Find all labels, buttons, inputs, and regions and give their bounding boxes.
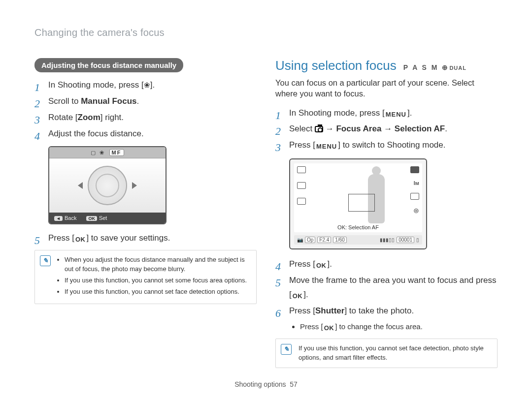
step-3: Press [MENU] to switch to Shooting mode. [275,138,498,153]
section-title-selection-focus: Using selection focus [275,58,397,73]
set-button-hint: OKSet [86,215,107,221]
breadcrumb: Changing the camera's focus [34,27,498,38]
step-5: Move the frame to the area you want to f… [275,274,498,302]
section-intro: You can focus on a particular part of yo… [275,77,498,99]
macro-icon: ❀ [144,81,150,89]
osd-icon [297,182,306,189]
step-6-sub: Press [OK] to change the focus area. [300,320,498,334]
step-1: In Shooting mode, press [❀]. [34,78,257,93]
globe-icon: ⊛ [413,207,419,215]
section-pill-manual-focus: Adjusting the focus distance manually [34,58,183,72]
steps-selection-focus: In Shooting mode, press [MENU]. Select →… [275,106,498,153]
page-footer: Shooting options 57 [0,380,532,388]
note-text: If you use this function, you cannot set… [299,344,484,361]
shutter-chip: 1/60 [333,237,346,243]
step-5: Press [OK] to save your settings. [34,231,257,246]
camera-mode-icon: 📷 [297,237,303,243]
left-column: Adjusting the focus distance manually In… [34,58,257,368]
camera-icon [315,126,323,132]
step-2: Scroll to Manual Focus. [34,94,257,109]
back-button-hint: ◄Back [54,215,76,221]
figure-selection-af-screen: Iм ⊛ OK: Selection AF 📷 Op F2.4 1/60 ▮▮▮… [289,158,427,249]
figure-viewport: Iм ⊛ OK: Selection AF [294,163,422,232]
battery-icon [410,166,419,173]
ok-icon: OK [323,323,335,334]
arrow-right-icon [132,182,137,189]
osd-icon [297,166,306,173]
note-selection-focus: ✎ If you use this function, you cannot s… [275,339,498,368]
osd-icon [410,193,419,200]
mode-indicators: P A S M ⊕DUAL [403,63,466,71]
note-manual-focus: ✎ When you adjust the focus distance man… [34,250,257,304]
bars-icon: ▮▮▮▯▯ [380,237,395,243]
osd-left-icons [297,166,306,205]
menu-icon: MENU [315,141,338,152]
mode-chip: Op [305,237,315,243]
step-1: In Shooting mode, press [MENU]. [275,106,498,121]
figure-manual-focus-screen: ▢ ❀ MF ◄Back OKSet [48,146,166,224]
ok-selection-af-label: OK: Selection AF [294,224,422,230]
ok-icon: OK [74,234,87,245]
focus-dial [88,166,127,205]
figure-topbar: ▢ ❀ MF [49,147,166,158]
nor-icon: ▢ [91,150,97,155]
ok-icon: OK [315,260,328,271]
steps-manual-focus-cont: Press [OK] to save your settings. [34,231,257,246]
steps-manual-focus: In Shooting mode, press [❀]. Scroll to M… [34,78,257,141]
figure-dial-area [49,158,166,213]
step-4: Adjust the focus distance. [34,127,257,141]
osd-icon: Iм [414,180,419,186]
step-2: Select → Focus Area → Selection AF. [275,122,498,136]
sd-icon: ▯ [416,237,419,243]
flower-icon: ❀ [100,150,105,155]
right-column: Using selection focus P A S M ⊕DUAL You … [275,58,498,368]
note-bullet: When you adjust the focus distance manua… [65,255,249,274]
note-bullet: If you use this function, you cannot set… [65,276,249,285]
focus-frame [348,194,375,212]
menu-icon: MENU [385,109,407,120]
step-4: Press [OK]. [275,257,498,272]
figure-bottombar: ◄Back OKSet [49,213,166,223]
counter-chip: 00001 [397,237,414,243]
steps-selection-focus-cont: Press [OK]. Move the frame to the area y… [275,257,498,334]
step-3: Rotate [Zoom] right. [34,111,257,125]
osd-right-icons: Iм ⊛ [410,166,419,215]
step-6: Press [Shutter] to take the photo. Press… [275,304,498,334]
arrow-left-icon [78,182,83,189]
dual-icon: ⊕ [442,63,449,71]
figure-statusbar: 📷 Op F2.4 1/60 ▮▮▮▯▯ 00001 ▯ [294,235,422,245]
aperture-chip: F2.4 [317,237,331,243]
ok-icon: OK [292,291,304,302]
mf-tab: MF [109,149,124,156]
note-icon: ✎ [281,344,292,355]
note-bullet: If you use this function, you cannot set… [65,287,249,297]
note-icon: ✎ [40,255,51,266]
osd-icon [297,198,306,205]
